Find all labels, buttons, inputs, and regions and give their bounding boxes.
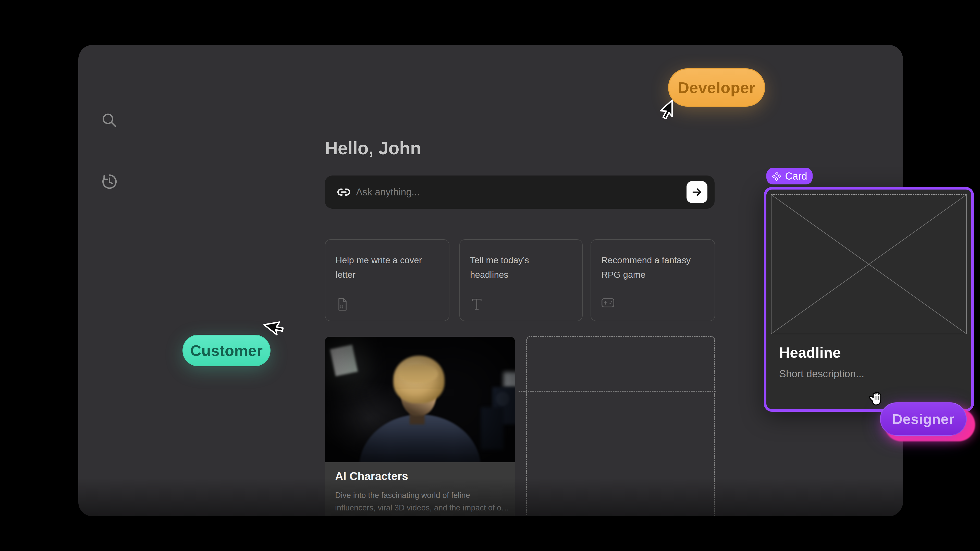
design-card-description: Short description... <box>779 368 864 380</box>
ai-characters-photo <box>325 337 515 462</box>
developer-presence-pill[interactable]: Developer <box>668 68 765 106</box>
card-tag-label: Card <box>785 170 807 182</box>
search-icon[interactable] <box>100 111 119 130</box>
drop-guide-line <box>519 391 716 392</box>
sidebar-divider <box>141 45 141 516</box>
grab-hand-cursor-icon <box>867 389 886 409</box>
customer-presence-pill[interactable]: Customer <box>183 335 270 366</box>
gamepad-icon <box>601 298 614 311</box>
developer-label: Developer <box>678 79 756 97</box>
ask-input[interactable] <box>356 176 673 209</box>
send-button[interactable] <box>687 181 708 203</box>
suggestion-card-cover-letter[interactable]: Help me write a cover letter <box>325 239 449 321</box>
text-icon <box>470 298 484 311</box>
card-component-tag[interactable]: Card <box>767 168 813 184</box>
greeting-title: Hello, John <box>325 138 421 159</box>
developer-cursor-icon <box>659 100 674 120</box>
design-card-selected[interactable]: Headline Short description... <box>764 187 974 412</box>
suggestion-label: Help me write a cover letter <box>336 253 439 282</box>
arrow-right-icon <box>691 186 703 198</box>
customer-label: Customer <box>190 342 262 359</box>
history-icon[interactable] <box>100 172 119 191</box>
suggestion-label: Recommend a fantasy RPG game <box>601 253 704 282</box>
designer-label: Designer <box>892 411 955 427</box>
ask-input-bar[interactable] <box>325 176 714 209</box>
component-diamonds-icon <box>772 171 781 181</box>
document-icon <box>336 298 349 311</box>
suggestion-card-headlines[interactable]: Tell me today’s headlines <box>460 239 583 321</box>
suggestion-label: Tell me today’s headlines <box>470 253 549 282</box>
link-icon <box>337 186 350 199</box>
customer-cursor-icon <box>267 316 283 336</box>
suggestion-card-rpg-game[interactable]: Recommend a fantasy RPG game <box>590 239 715 321</box>
designer-presence-pill[interactable]: Designer <box>880 402 967 436</box>
image-placeholder <box>771 194 967 334</box>
window-bottom-fade <box>78 478 903 516</box>
design-card-headline: Headline <box>779 344 841 361</box>
